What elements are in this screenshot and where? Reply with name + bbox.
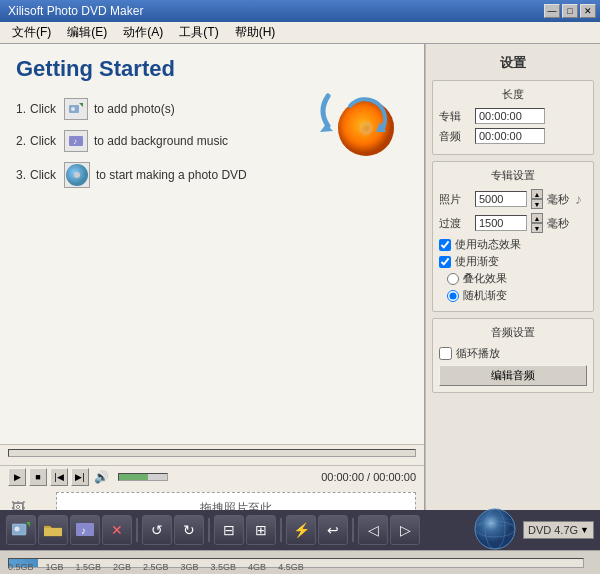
svg-marker-15 <box>26 522 30 527</box>
tb-remove-button[interactable]: ⊟ <box>214 515 244 545</box>
storage-3gb: 3GB <box>181 562 199 572</box>
step-3-num: 3. <box>16 168 26 182</box>
album-settings-section: 专辑设置 照片 5000 ▲ ▼ 毫秒 ♪ 过渡 1500 ▲ ▼ <box>432 161 594 312</box>
use-fade-checkbox[interactable] <box>439 256 451 268</box>
getting-started-area: Getting Started 1. Click to add ph <box>0 44 424 444</box>
tb-add-image-button[interactable] <box>6 515 36 545</box>
svg-marker-2 <box>79 103 83 107</box>
tb-separator-1 <box>136 518 138 542</box>
tb-effect-button[interactable]: ⚡ <box>286 515 316 545</box>
trans-spinners[interactable]: ▲ ▼ <box>531 213 543 233</box>
tb-separator-3 <box>280 518 282 542</box>
timeline-area <box>0 444 424 465</box>
main-content: Getting Started 1. Click to add ph <box>0 44 600 574</box>
edit-audio-button[interactable]: 编辑音频 <box>439 365 587 386</box>
storage-1.5gb: 1.5GB <box>76 562 102 572</box>
tb-delete-button[interactable]: ✕ <box>102 515 132 545</box>
tb-open-folder-button[interactable] <box>38 515 68 545</box>
make-dvd-icon[interactable] <box>64 162 90 188</box>
menu-tools[interactable]: 工具(T) <box>171 22 226 43</box>
trans-up-btn[interactable]: ▲ <box>531 213 543 223</box>
click-label-3: Click <box>30 168 56 182</box>
maximize-button[interactable]: □ <box>562 4 578 18</box>
tb-rotate-right-button[interactable]: ↻ <box>174 515 204 545</box>
dvd-select-area: DVD 4.7G ▼ <box>523 521 594 539</box>
audio-settings-section: 音频设置 循环播放 编辑音频 <box>432 318 594 393</box>
tb-add-music-button[interactable]: ♪ <box>70 515 100 545</box>
storage-4.5gb: 4.5GB <box>278 562 304 572</box>
trans-duration-row: 过渡 1500 ▲ ▼ 毫秒 <box>439 213 587 233</box>
dvd-dropdown-btn[interactable]: ▼ <box>580 525 589 535</box>
audio-value: 00:00:00 <box>475 128 545 144</box>
add-photo-icon[interactable] <box>64 98 88 120</box>
menu-action[interactable]: 动作(A) <box>115 22 171 43</box>
step-2-label: to add background music <box>94 134 228 148</box>
step-2: 2. Click ♪ to add background music <box>16 130 247 152</box>
storage-0.5gb: 0.5GB <box>8 562 34 572</box>
photo-duration-row: 照片 5000 ▲ ▼ 毫秒 ♪ <box>439 189 587 209</box>
photo-value[interactable]: 5000 <box>475 191 527 207</box>
tb-separator-4 <box>352 518 354 542</box>
close-button[interactable]: ✕ <box>580 4 596 18</box>
album-value: 00:00:00 <box>475 108 545 124</box>
photo-unit: 毫秒 <box>547 192 569 207</box>
music-note-icon: ♪ <box>575 191 582 207</box>
tb-dvd-globe[interactable] <box>473 507 517 554</box>
photo-down-btn[interactable]: ▼ <box>531 199 543 209</box>
fade-effect-label: 叠化效果 <box>463 271 507 286</box>
svg-point-1 <box>71 107 75 111</box>
menu-file[interactable]: 文件(F) <box>4 22 59 43</box>
add-music-icon[interactable]: ♪ <box>64 130 88 152</box>
random-fade-label: 随机渐变 <box>463 288 507 303</box>
click-label-2: Click <box>30 134 56 148</box>
audio-duration-row: 音频 00:00:00 <box>439 128 587 144</box>
tb-undo-button[interactable]: ↩ <box>318 515 348 545</box>
dynamic-effect-checkbox[interactable] <box>439 239 451 251</box>
storage-labels: 0.5GB 1GB 1.5GB 2GB 2.5GB 3GB 3.5GB 4GB … <box>8 562 510 572</box>
svg-point-11 <box>338 100 394 156</box>
menu-help[interactable]: 帮助(H) <box>227 22 284 43</box>
fade-effect-radio[interactable] <box>447 273 459 285</box>
use-fade-row: 使用渐变 <box>439 254 587 269</box>
tb-forward-button[interactable]: ▷ <box>390 515 420 545</box>
controls-bar: ▶ ■ |◀ ▶| 🔊 00:00:00 / 00:00:00 <box>0 465 424 488</box>
progress-bar[interactable] <box>8 449 416 457</box>
random-fade-radio[interactable] <box>447 290 459 302</box>
minimize-button[interactable]: — <box>544 4 560 18</box>
trans-down-btn[interactable]: ▼ <box>531 223 543 233</box>
bottom-toolbar: ♪ ✕ ↺ ↻ ⊟ ⊞ ⚡ ↩ ◁ ▷ <box>0 510 600 550</box>
trans-value[interactable]: 1500 <box>475 215 527 231</box>
svg-rect-16 <box>44 528 62 536</box>
storage-bar: 0.5GB 1GB 1.5GB 2GB 2.5GB 3GB 3.5GB 4GB … <box>0 550 600 574</box>
tb-add-button[interactable]: ⊞ <box>246 515 276 545</box>
photo-up-btn[interactable]: ▲ <box>531 189 543 199</box>
album-duration-row: 专辑 00:00:00 <box>439 108 587 124</box>
volume-icon: 🔊 <box>94 470 109 484</box>
tb-rotate-left-button[interactable]: ↺ <box>142 515 172 545</box>
svg-point-19 <box>475 509 515 549</box>
audio-label: 音频 <box>439 129 471 144</box>
step-1-num: 1. <box>16 102 26 116</box>
right-panel: 设置 长度 专辑 00:00:00 音频 00:00:00 专辑设置 照片 50… <box>425 44 600 574</box>
stop-button[interactable]: ■ <box>29 468 47 486</box>
time-display: 00:00:00 / 00:00:00 <box>321 471 416 483</box>
loop-label: 循环播放 <box>456 346 500 361</box>
duration-section-title: 长度 <box>439 87 587 102</box>
settings-title: 设置 <box>432 52 594 74</box>
storage-2gb: 2GB <box>113 562 131 572</box>
photo-spinners[interactable]: ▲ ▼ <box>531 189 543 209</box>
play-button[interactable]: ▶ <box>8 468 26 486</box>
audio-settings-title: 音频设置 <box>439 325 587 340</box>
volume-slider[interactable] <box>118 473 168 481</box>
app-title: Xilisoft Photo DVD Maker <box>8 4 143 18</box>
dvd-label: DVD 4.7G <box>528 524 578 536</box>
dynamic-effect-label: 使用动态效果 <box>455 237 521 252</box>
storage-1gb: 1GB <box>46 562 64 572</box>
tb-back-button[interactable]: ◁ <box>358 515 388 545</box>
next-button[interactable]: ▶| <box>71 468 89 486</box>
prev-button[interactable]: |◀ <box>50 468 68 486</box>
trans-unit: 毫秒 <box>547 216 569 231</box>
loop-row: 循环播放 <box>439 346 587 361</box>
loop-checkbox[interactable] <box>439 347 452 360</box>
menu-edit[interactable]: 编辑(E) <box>59 22 115 43</box>
